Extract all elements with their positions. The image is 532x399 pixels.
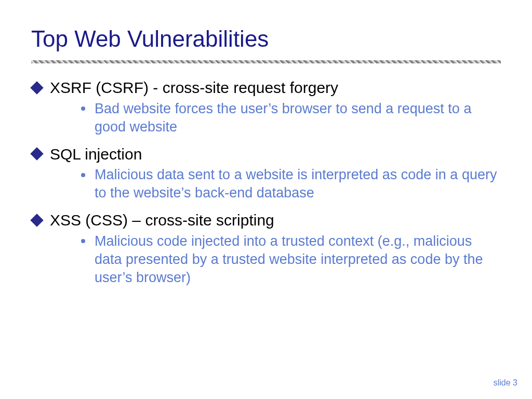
- item-detail: Malicious code injected into a trusted c…: [95, 233, 483, 285]
- divider-bar: [31, 60, 501, 63]
- sub-list-item: Bad website forces the user’s browser to…: [81, 100, 501, 136]
- item-heading: XSS (CSS) – cross-site scripting: [50, 211, 274, 229]
- sub-list: Bad website forces the user’s browser to…: [81, 100, 501, 136]
- item-heading: SQL injection: [50, 145, 142, 163]
- sub-list: Malicious code injected into a trusted c…: [81, 232, 501, 287]
- item-detail: Malicious data sent to a website is inte…: [95, 167, 497, 201]
- sub-list: Malicious data sent to a website is inte…: [81, 166, 501, 202]
- list-item: XSRF (CSRF) - cross-site request forgery…: [31, 78, 501, 136]
- item-detail: Bad website forces the user’s browser to…: [95, 101, 471, 135]
- slide: Top Web Vulnerabilities XSRF (CSRF) - cr…: [0, 0, 532, 399]
- slide-number: slide 3: [494, 378, 517, 388]
- list-item: XSS (CSS) – cross-site scripting Malicio…: [31, 210, 501, 287]
- sub-list-item: Malicious code injected into a trusted c…: [81, 232, 501, 287]
- sub-list-item: Malicious data sent to a website is inte…: [81, 166, 501, 202]
- list-item: SQL injection Malicious data sent to a w…: [31, 144, 501, 203]
- slide-title: Top Web Vulnerabilities: [31, 26, 501, 52]
- bullet-list: XSRF (CSRF) - cross-site request forgery…: [31, 78, 501, 287]
- item-heading: XSRF (CSRF) - cross-site request forgery: [50, 79, 338, 96]
